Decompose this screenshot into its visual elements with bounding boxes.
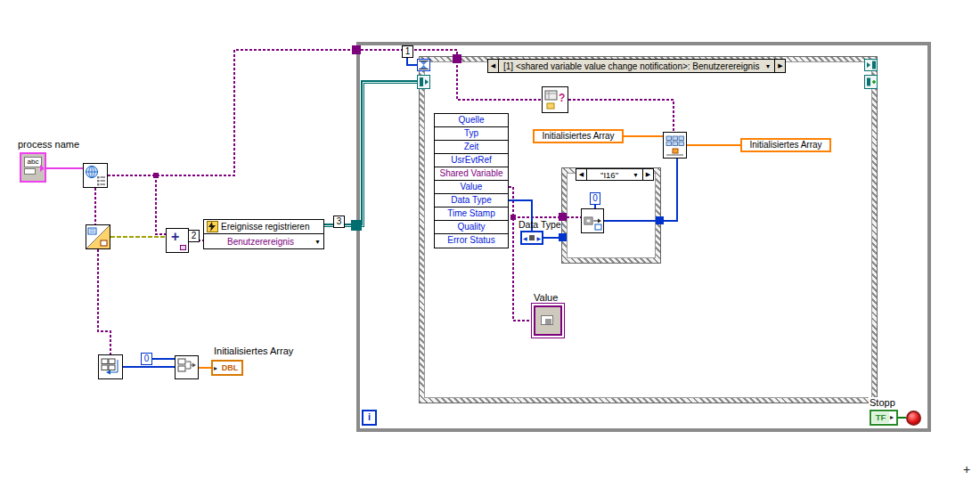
value-label: Value <box>534 292 558 303</box>
dynamic-event-terminal-icon <box>865 76 877 88</box>
event-data-field-quality[interactable]: Quality <box>435 221 508 234</box>
string-control-terminal[interactable]: abc <box>20 152 46 183</box>
event-data-node[interactable]: QuelleTypZeitUsrEvtRefShared VariableVal… <box>434 113 509 248</box>
numeric-constant-2[interactable]: 2 <box>188 230 200 242</box>
wire-refnum-branch[interactable] <box>156 175 166 234</box>
event-source-label: Benutzerereignis <box>207 237 314 247</box>
stop-label: Stopp <box>869 397 896 408</box>
event-dropdown-icon[interactable]: ▼ <box>764 63 774 69</box>
case-structure-header[interactable]: ◀ "I16" ▼ ▶ <box>576 168 654 181</box>
block-diagram-canvas: ◀ [1] <shared variable value change noti… <box>0 0 980 480</box>
variant-icon <box>534 305 562 336</box>
tunnel-event-registration[interactable] <box>351 220 362 231</box>
loop-iteration-terminal[interactable]: i <box>362 410 377 426</box>
variant-question-icon: ? <box>543 87 568 112</box>
replace-array-element-icon <box>664 133 686 158</box>
event-structure-header[interactable]: ◀ [1] <shared variable value change noti… <box>487 59 786 73</box>
enum-right-arrow-icon: ▶ <box>536 235 541 241</box>
dbl-array-indicator[interactable]: ▸ DBL <box>211 360 243 376</box>
register-events-icon <box>207 221 218 232</box>
create-user-event-node[interactable]: + <box>166 228 189 253</box>
event-data-field-usrevtref[interactable]: UsrEvtRef <box>435 154 508 167</box>
build-array-icon <box>176 356 198 378</box>
numeric-constant-0-size[interactable]: 0 <box>141 353 152 365</box>
open-variable-connection-node[interactable] <box>83 163 108 188</box>
variant-inner-box-icon <box>545 319 551 324</box>
register-events-node[interactable]: Ereignisse registrieren Benutzerereignis… <box>203 219 324 249</box>
svg-text:?: ? <box>559 92 565 104</box>
case-dropdown-icon[interactable]: ▼ <box>632 172 642 178</box>
numeric-constant-3[interactable]: 3 <box>333 216 345 228</box>
numeric-constant-0-case[interactable]: 0 <box>590 192 600 205</box>
string-field-icon <box>24 168 36 175</box>
enum-value-icon <box>529 235 535 240</box>
plus-icon: + <box>171 229 179 244</box>
convert-icon <box>86 225 110 248</box>
chevron-down-icon[interactable]: ▼ <box>314 239 321 245</box>
case-next-arrow-icon[interactable]: ▶ <box>642 168 653 181</box>
numeric-constant-1[interactable]: 1 <box>402 45 413 58</box>
terminal-out-arrow-icon <box>40 165 45 172</box>
dynamic-events-terminal-right-bottom[interactable] <box>864 75 878 89</box>
wire-junction <box>510 215 516 220</box>
init-array-indicator-label: Initialisiertes Array <box>214 346 293 356</box>
event-source-row[interactable]: Benutzerereignis ▼ <box>204 234 323 248</box>
dynamic-event-terminal-icon <box>418 76 429 88</box>
data-type-label: Data Type <box>519 219 561 230</box>
local-variable-init-array-write[interactable]: Initialisiertes Array <box>740 138 831 152</box>
initialize-array-icon <box>99 355 122 378</box>
stop-boolean-terminal[interactable]: TF ▸ <box>870 410 898 426</box>
event-next-arrow-icon[interactable]: ▶ <box>774 60 785 72</box>
data-type-enum-terminal[interactable]: ◀ ▶ <box>520 231 543 245</box>
wire-refnum-inner[interactable] <box>568 100 674 132</box>
user-event-refnum-icon <box>180 245 186 250</box>
tunnel-case-selector[interactable] <box>559 233 567 241</box>
dynamic-events-terminal-right-top[interactable] <box>864 59 878 71</box>
tunnel-refnum-event[interactable] <box>453 54 461 63</box>
value-variant-indicator[interactable] <box>531 303 565 338</box>
variant-attribute-node[interactable]: ? <box>542 86 568 113</box>
process-name-label: process name <box>18 139 79 150</box>
build-array-node[interactable] <box>175 355 199 379</box>
local-variable-init-array-read[interactable]: Initialisiertes Array <box>533 129 624 143</box>
event-data-field-zeit[interactable]: Zeit <box>435 141 508 154</box>
terminal-out-arrow-icon: ▸ <box>890 412 896 423</box>
hourglass-icon <box>418 60 429 70</box>
replace-array-element-node[interactable] <box>663 132 687 159</box>
wire-event-registration[interactable] <box>324 82 418 225</box>
event-data-field-quelle[interactable]: Quelle <box>435 114 508 127</box>
event-data-field-error-status[interactable]: Error Status <box>435 234 508 248</box>
event-timeout-terminal[interactable] <box>417 59 430 71</box>
register-events-title: Ereignisse registrieren <box>221 222 310 232</box>
variant-to-data-icon <box>582 209 603 232</box>
event-data-field-time-stamp[interactable]: Time Stamp <box>435 207 508 221</box>
tunnel-case-out[interactable] <box>656 216 664 224</box>
variant-to-data-node[interactable] <box>581 208 604 233</box>
string-abc-icon: abc <box>24 157 42 167</box>
type-convert-node[interactable] <box>86 224 110 249</box>
initialize-array-node[interactable] <box>98 354 123 379</box>
tf-label: TF <box>872 412 889 423</box>
event-data-field-data-type[interactable]: Data Type <box>435 194 508 207</box>
cursor-plus: + <box>963 462 970 476</box>
wire-variant-value[interactable] <box>509 187 531 321</box>
event-prev-arrow-icon[interactable]: ◀ <box>488 60 499 72</box>
wire-junction <box>153 173 159 178</box>
wire-refnum-down-2[interactable] <box>98 249 110 354</box>
event-header-title[interactable]: [1] <shared variable value change notifi… <box>499 61 764 71</box>
dbl-type-label: DBL <box>218 363 241 372</box>
globe-icon <box>84 164 107 187</box>
case-selector-label[interactable]: "I16" <box>587 170 632 180</box>
case-prev-arrow-icon[interactable]: ◀ <box>576 168 587 181</box>
event-data-field-shared-variable[interactable]: Shared Variable <box>435 167 508 181</box>
wire-event-registration-core <box>324 82 418 225</box>
loop-condition-stop-button[interactable] <box>906 411 921 426</box>
event-data-field-value[interactable]: Value <box>435 181 508 194</box>
tunnel-refnum-loop[interactable] <box>352 45 361 54</box>
dynamic-events-terminal-left[interactable] <box>417 75 430 89</box>
event-data-field-typ[interactable]: Typ <box>435 127 508 141</box>
wire-timeout[interactable] <box>407 58 417 65</box>
dynamic-event-terminal-icon <box>865 60 877 70</box>
enum-left-arrow-icon: ◀ <box>523 235 527 241</box>
